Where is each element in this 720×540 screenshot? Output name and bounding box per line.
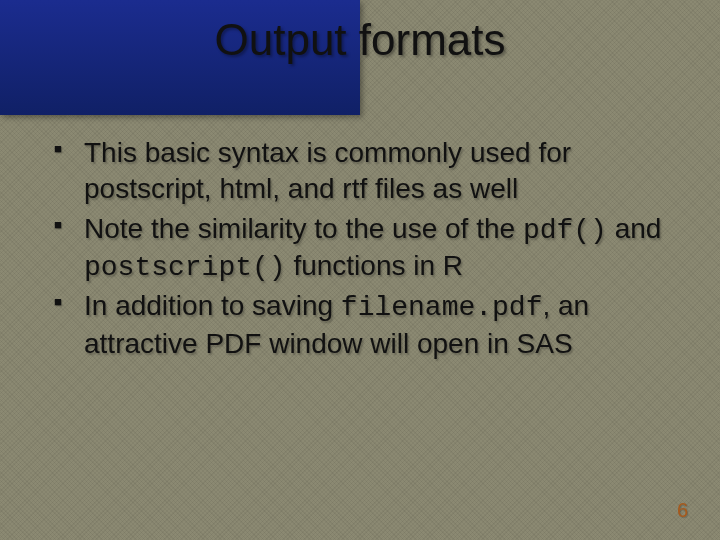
code-text: postscript() — [84, 252, 286, 283]
slide-body: This basic syntax is commonly used for p… — [48, 135, 690, 366]
bullet-item: This basic syntax is commonly used for p… — [48, 135, 690, 209]
bullet-text: In addition to saving — [84, 290, 341, 321]
page-number: 6 — [677, 499, 688, 522]
slide-title: Output formats — [0, 15, 720, 65]
slide: Output formats This basic syntax is comm… — [0, 0, 720, 540]
bullet-text: This basic syntax is commonly used for p… — [84, 137, 571, 204]
code-text: pdf() — [523, 215, 607, 246]
bullet-text: functions in R — [286, 250, 463, 281]
bullet-item: In addition to saving filename.pdf, an a… — [48, 288, 690, 364]
bullet-text: Note the similarity to the use of the — [84, 213, 523, 244]
code-text: filename.pdf — [341, 292, 543, 323]
bullet-item: Note the similarity to the use of the pd… — [48, 211, 690, 287]
bullet-text: and — [607, 213, 662, 244]
bullet-list: This basic syntax is commonly used for p… — [48, 135, 690, 364]
